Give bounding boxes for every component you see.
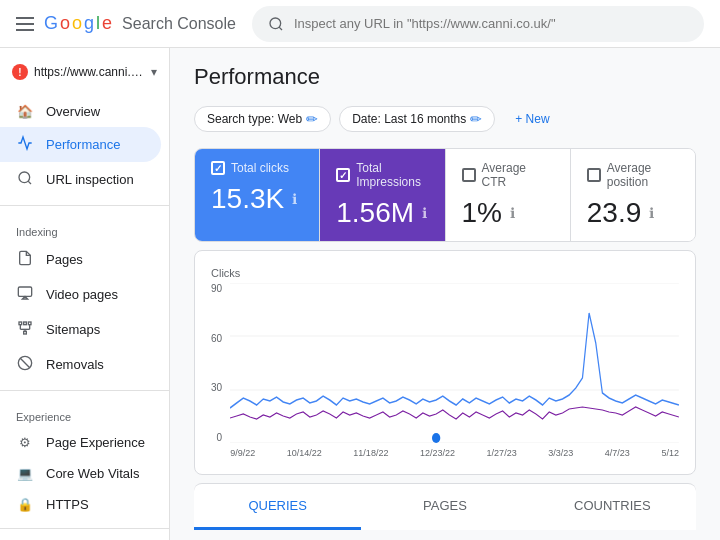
svg-point-2 bbox=[19, 172, 30, 183]
sidebar-item-sitemaps[interactable]: Sitemaps bbox=[0, 312, 161, 347]
sidebar-item-label: Pages bbox=[46, 252, 83, 267]
metric-average-ctr[interactable]: Average CTR 1% ℹ bbox=[446, 149, 571, 241]
chart-container: Clicks 90 60 30 0 bbox=[194, 250, 696, 475]
annotation-dot bbox=[432, 433, 440, 443]
sidebar-item-core-web-vitals[interactable]: 💻 Core Web Vitals bbox=[0, 458, 161, 489]
metric-header-position: Average position bbox=[587, 161, 679, 189]
x-label-7: 5/12 bbox=[661, 448, 679, 458]
metric-average-position[interactable]: Average position 23.9 ℹ bbox=[571, 149, 695, 241]
y-90: 90 bbox=[211, 283, 222, 294]
metric-header-impressions: Total Impressions bbox=[336, 161, 428, 189]
ctr-checkbox[interactable] bbox=[462, 168, 476, 182]
impressions-checkbox[interactable] bbox=[336, 168, 350, 182]
clicks-value: 15.3K ℹ bbox=[211, 183, 303, 215]
pages-icon bbox=[16, 250, 34, 269]
info-icon-clicks[interactable]: ℹ bbox=[292, 191, 297, 207]
x-label-0: 9/9/22 bbox=[230, 448, 255, 458]
chart-y-label: Clicks bbox=[211, 267, 679, 279]
gear-icon: ⚙ bbox=[16, 435, 34, 450]
x-label-6: 4/7/23 bbox=[605, 448, 630, 458]
experience-section-label: Experience bbox=[0, 399, 169, 427]
nav-divider-2 bbox=[0, 390, 169, 391]
sidebar-item-page-experience[interactable]: ⚙ Page Experience bbox=[0, 427, 161, 458]
sidebar-item-pages[interactable]: Pages bbox=[0, 242, 161, 277]
monitor-icon: 💻 bbox=[16, 466, 34, 481]
x-axis: 9/9/22 10/14/22 11/18/22 12/23/22 1/27/2… bbox=[230, 448, 679, 458]
url-inspect-input[interactable] bbox=[294, 16, 688, 31]
position-checkbox[interactable] bbox=[587, 168, 601, 182]
ctr-label: Average CTR bbox=[482, 161, 554, 189]
date-range-label: Date: Last 16 months bbox=[352, 112, 466, 126]
main-layout: ! https://www.canni.c... ▾ 🏠 Overview Pe… bbox=[0, 48, 720, 540]
x-label-1: 10/14/22 bbox=[287, 448, 322, 458]
top-bar: Google Search Console bbox=[0, 0, 720, 48]
impressions-label: Total Impressions bbox=[356, 161, 428, 189]
sidebar-item-label: Core Web Vitals bbox=[46, 466, 139, 481]
sidebar-item-label: Video pages bbox=[46, 287, 118, 302]
sidebar-item-label: Page Experience bbox=[46, 435, 145, 450]
sidebar-item-label: URL inspection bbox=[46, 172, 134, 187]
clicks-label: Total clicks bbox=[231, 161, 289, 175]
add-filter-label: + New bbox=[515, 112, 549, 126]
site-selector[interactable]: ! https://www.canni.c... ▾ bbox=[0, 56, 169, 88]
tab-pages[interactable]: PAGES bbox=[361, 484, 528, 530]
metric-header-clicks: Total clicks bbox=[211, 161, 303, 175]
edit-icon: ✏ bbox=[306, 111, 318, 127]
metrics-row: Total clicks 15.3K ℹ Total Impressions 1… bbox=[194, 148, 696, 242]
edit-icon-2: ✏ bbox=[470, 111, 482, 127]
search-type-label: Search type: Web bbox=[207, 112, 302, 126]
position-label: Average position bbox=[607, 161, 679, 189]
google-logo: Google bbox=[44, 13, 112, 34]
svg-rect-9 bbox=[24, 331, 27, 334]
date-range-filter[interactable]: Date: Last 16 months ✏ bbox=[339, 106, 495, 132]
tab-queries[interactable]: QUERIES bbox=[194, 484, 361, 530]
y-0: 0 bbox=[217, 432, 223, 443]
clicks-checkbox[interactable] bbox=[211, 161, 225, 175]
search-type-filter[interactable]: Search type: Web ✏ bbox=[194, 106, 331, 132]
svg-point-0 bbox=[270, 18, 281, 29]
menu-icon[interactable] bbox=[16, 17, 34, 31]
svg-rect-8 bbox=[28, 322, 31, 325]
sidebar-item-label: HTTPS bbox=[46, 497, 89, 512]
performance-icon bbox=[16, 135, 34, 154]
info-icon-impressions[interactable]: ℹ bbox=[422, 205, 427, 221]
sidebar-item-label: Removals bbox=[46, 357, 104, 372]
svg-rect-7 bbox=[24, 322, 27, 325]
svg-line-1 bbox=[279, 27, 282, 30]
svg-rect-4 bbox=[18, 287, 31, 296]
sidebar-item-https[interactable]: 🔒 HTTPS bbox=[0, 489, 161, 520]
ctr-value: 1% ℹ bbox=[462, 197, 554, 229]
add-filter-button[interactable]: + New bbox=[503, 108, 561, 130]
filter-bar: Search type: Web ✏ Date: Last 16 months … bbox=[170, 98, 720, 140]
chart-svg-container: 9/9/22 10/14/22 11/18/22 12/23/22 1/27/2… bbox=[230, 283, 679, 458]
sidebar-item-removals[interactable]: Removals bbox=[0, 347, 161, 382]
sidebar-item-performance[interactable]: Performance bbox=[0, 127, 161, 162]
removals-icon bbox=[16, 355, 34, 374]
metric-total-impressions[interactable]: Total Impressions 1.56M ℹ bbox=[320, 149, 445, 241]
main-content: Performance Search type: Web ✏ Date: Las… bbox=[170, 48, 720, 540]
y-60: 60 bbox=[211, 333, 222, 344]
svg-line-16 bbox=[20, 358, 29, 367]
sidebar-item-url-inspection[interactable]: URL inspection bbox=[0, 162, 161, 197]
sidebar-item-overview[interactable]: 🏠 Overview bbox=[0, 96, 161, 127]
tab-countries[interactable]: COUNTRIES bbox=[529, 484, 696, 530]
sidebar-item-label: Overview bbox=[46, 104, 100, 119]
indexing-section-label: Indexing bbox=[0, 214, 169, 242]
magnify-icon bbox=[16, 170, 34, 189]
impressions-value: 1.56M ℹ bbox=[336, 197, 428, 229]
metric-total-clicks[interactable]: Total clicks 15.3K ℹ bbox=[195, 149, 320, 241]
chart-area: 90 60 30 0 bbox=[211, 283, 679, 458]
search-bar[interactable] bbox=[252, 6, 704, 42]
video-icon bbox=[16, 285, 34, 304]
x-label-4: 1/27/23 bbox=[487, 448, 517, 458]
info-icon-position[interactable]: ℹ bbox=[649, 205, 654, 221]
info-icon-ctr[interactable]: ℹ bbox=[510, 205, 515, 221]
sidebar-item-label: Sitemaps bbox=[46, 322, 100, 337]
y-30: 30 bbox=[211, 382, 222, 393]
sidebar: ! https://www.canni.c... ▾ 🏠 Overview Pe… bbox=[0, 48, 170, 540]
site-url: https://www.canni.c... bbox=[34, 65, 145, 79]
bottom-tabs: QUERIES PAGES COUNTRIES bbox=[194, 483, 696, 530]
sidebar-item-video-pages[interactable]: Video pages bbox=[0, 277, 161, 312]
svg-rect-6 bbox=[19, 322, 22, 325]
x-label-2: 11/18/22 bbox=[353, 448, 388, 458]
